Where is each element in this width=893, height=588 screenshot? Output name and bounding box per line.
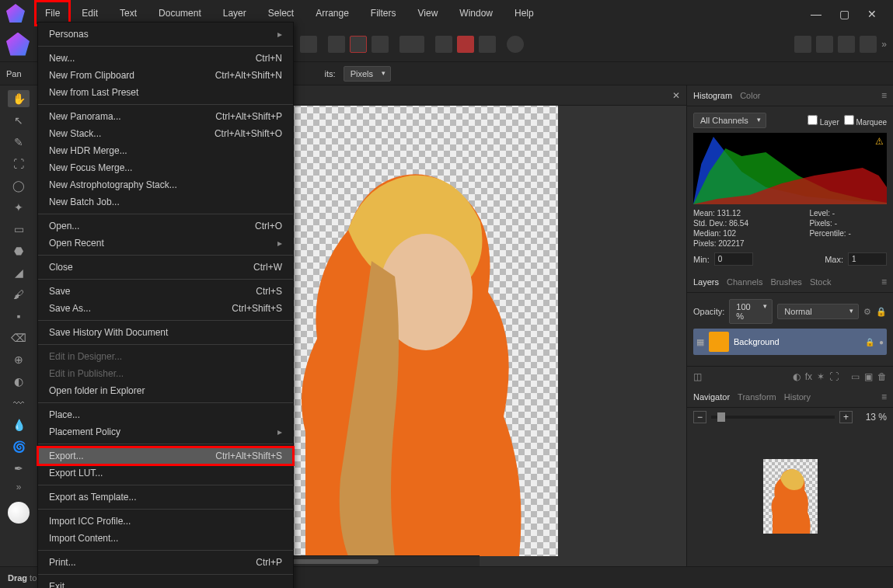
extra-a-icon[interactable]: [794, 36, 811, 53]
crop-tool[interactable]: ⛶: [8, 155, 30, 172]
menu-arrange[interactable]: Arrange: [305, 0, 360, 26]
layer-row[interactable]: ▦ Background 🔒 ●: [693, 329, 887, 355]
erase-tool[interactable]: ⌫: [8, 329, 30, 346]
menu-item-export[interactable]: Export...Ctrl+Alt+Shift+S: [38, 447, 293, 464]
extra-c-icon[interactable]: [838, 36, 855, 53]
pen-tool[interactable]: ✒: [8, 460, 30, 477]
slider-handle[interactable]: [717, 412, 725, 422]
menu-item-new-astrophotography-stack[interactable]: New Astrophotography Stack...: [38, 176, 293, 193]
fill-picker-icon[interactable]: [399, 36, 424, 53]
selection-brush-tool[interactable]: ◯: [8, 177, 30, 194]
layer-settings-icon[interactable]: ⚙: [863, 307, 871, 317]
navigator-menu-icon[interactable]: ≡: [881, 391, 887, 402]
menu-item-personas[interactable]: Personas▸: [38, 26, 293, 43]
menu-item-import-icc-profile[interactable]: Import ICC Profile...: [38, 513, 293, 530]
gradient-tool[interactable]: ◢: [8, 264, 30, 281]
pixel-tool[interactable]: ▪: [8, 308, 30, 325]
min-input[interactable]: [714, 252, 753, 266]
layer-delete-icon[interactable]: 🗑: [877, 371, 887, 382]
layer-fx-icon[interactable]: fx: [805, 371, 812, 382]
swatch-b-icon[interactable]: [457, 36, 474, 53]
grid-deselect-icon[interactable]: [350, 36, 367, 53]
layer-checkbox[interactable]: Layer: [808, 115, 839, 127]
smudge-tool[interactable]: 〰: [8, 395, 30, 412]
marquee-checkbox[interactable]: Marquee: [844, 115, 887, 127]
channel-dropdown[interactable]: All Channels: [693, 113, 766, 128]
menu-filters[interactable]: Filters: [360, 0, 407, 26]
tab-transform[interactable]: Transform: [738, 392, 776, 402]
blur-tool[interactable]: 💧: [8, 416, 30, 433]
toolbar-overflow-icon[interactable]: »: [881, 39, 887, 50]
persona-photo-icon[interactable]: [6, 33, 30, 56]
units-dropdown[interactable]: Pixels: [344, 66, 391, 82]
flood-tool[interactable]: ⬣: [8, 242, 30, 259]
hand-tool[interactable]: ✋: [8, 90, 30, 107]
menu-item-open[interactable]: Open...Ctrl+O: [38, 217, 293, 235]
magic-wand-tool[interactable]: ✦: [8, 199, 30, 216]
menu-item-placement-policy[interactable]: Placement Policy▸: [38, 423, 293, 440]
zoom-in-button[interactable]: +: [839, 411, 853, 423]
clone-tool[interactable]: ⊕: [8, 351, 30, 368]
canvas[interactable]: [255, 106, 558, 556]
tab-layers[interactable]: Layers: [693, 277, 719, 287]
move-tool[interactable]: ↖: [8, 112, 30, 129]
swatch-a-icon[interactable]: [435, 36, 452, 53]
layer-live-icon[interactable]: ✶: [817, 371, 825, 382]
menu-view[interactable]: View: [407, 0, 449, 26]
blend-mode-dropdown[interactable]: Normal: [777, 304, 859, 319]
tab-histogram[interactable]: Histogram: [693, 91, 732, 100]
layer-locked-icon[interactable]: 🔒: [865, 338, 874, 346]
menu-item-close[interactable]: CloseCtrl+W: [38, 259, 293, 276]
menu-item-export-as-template[interactable]: Export as Template...: [38, 489, 293, 506]
dodge-tool[interactable]: ◐: [8, 373, 30, 390]
menu-item-new-focus-merge[interactable]: New Focus Merge...: [38, 159, 293, 176]
tab-color[interactable]: Color: [740, 91, 760, 100]
paint-brush-tool[interactable]: 🖌: [8, 286, 30, 303]
extra-d-icon[interactable]: [860, 36, 877, 53]
tab-navigator[interactable]: Navigator: [693, 392, 730, 402]
menu-item-new-from-clipboard[interactable]: New From ClipboardCtrl+Alt+Shift+N: [38, 67, 293, 84]
grid-select-icon[interactable]: [328, 36, 345, 53]
menu-item-new[interactable]: New...Ctrl+N: [38, 50, 293, 67]
layer-crop-icon[interactable]: ⛶: [829, 371, 839, 382]
extra-b-icon[interactable]: [816, 36, 833, 53]
layer-group-icon[interactable]: ▭: [851, 371, 860, 382]
tools-overflow-icon[interactable]: »: [16, 482, 22, 492]
layer-check-icon[interactable]: ●: [879, 338, 884, 346]
tab-history[interactable]: History: [784, 392, 811, 402]
layer-lock-icon[interactable]: 🔒: [876, 307, 887, 317]
menu-item-save-as[interactable]: Save As...Ctrl+Shift+S: [38, 300, 293, 317]
menu-item-new-hdr-merge[interactable]: New HDR Merge...: [38, 142, 293, 159]
grid-add-icon[interactable]: [372, 36, 389, 53]
assistant-icon[interactable]: [507, 36, 524, 53]
menu-item-open-recent[interactable]: Open Recent▸: [38, 235, 293, 252]
menu-item-export-lut[interactable]: Export LUT...: [38, 464, 293, 482]
document-close-button[interactable]: ✕: [672, 90, 680, 101]
tab-channels[interactable]: Channels: [727, 277, 762, 287]
tab-stock[interactable]: Stock: [810, 277, 832, 287]
maximize-button[interactable]: ▢: [839, 8, 849, 19]
navigator-preview[interactable]: [687, 426, 893, 566]
layer-mask-icon[interactable]: ◫: [693, 371, 702, 382]
layer-adjust-icon[interactable]: ◐: [793, 371, 801, 382]
snap-icon[interactable]: [479, 36, 496, 53]
menu-item-import-content[interactable]: Import Content...: [38, 530, 293, 547]
menu-item-new-stack[interactable]: New Stack...Ctrl+Alt+Shift+O: [38, 125, 293, 142]
menu-item-new-panorama[interactable]: New Panorama...Ctrl+Alt+Shift+P: [38, 108, 293, 125]
menu-item-save-history-with-document[interactable]: Save History With Document: [38, 324, 293, 341]
close-button[interactable]: ✕: [867, 8, 877, 19]
lighting-icon[interactable]: [300, 36, 317, 53]
menu-item-save[interactable]: SaveCtrl+S: [38, 283, 293, 300]
menu-item-place[interactable]: Place...: [38, 406, 293, 423]
menu-item-new-from-last-preset[interactable]: New from Last Preset: [38, 84, 293, 101]
opacity-dropdown[interactable]: 100 %: [729, 299, 773, 324]
color-chip-fg[interactable]: [8, 502, 30, 524]
layer-add-icon[interactable]: ▣: [864, 371, 873, 382]
menu-window[interactable]: Window: [448, 0, 504, 26]
layer-visibility-icon[interactable]: ▦: [696, 337, 704, 347]
max-input[interactable]: [848, 252, 887, 266]
menu-item-open-folder-in-explorer[interactable]: Open folder in Explorer: [38, 382, 293, 399]
menu-help[interactable]: Help: [504, 0, 545, 26]
menu-item-print[interactable]: Print...Ctrl+P: [38, 554, 293, 571]
menu-item-new-batch-job[interactable]: New Batch Job...: [38, 193, 293, 210]
